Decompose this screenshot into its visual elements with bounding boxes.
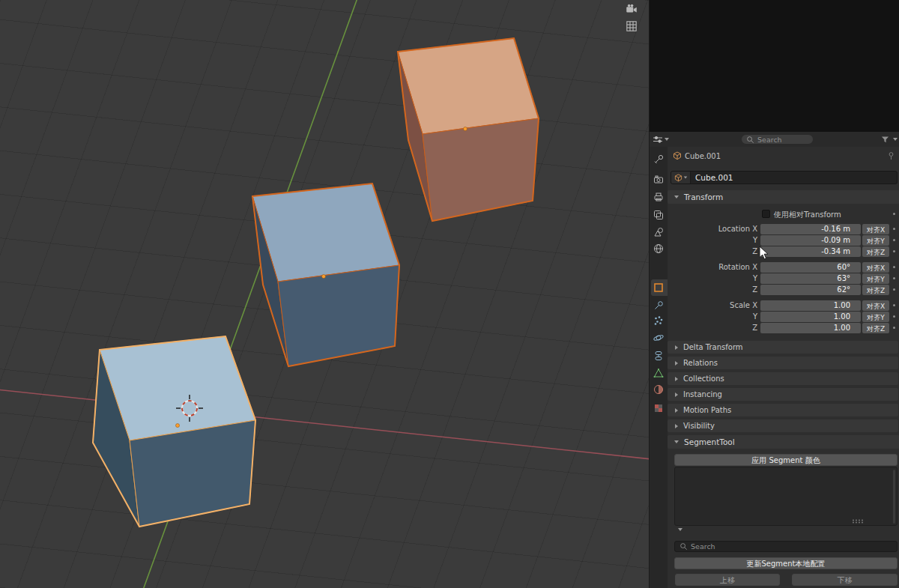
datablock-browse-button[interactable] [671, 172, 691, 184]
object-cube-icon [674, 174, 682, 182]
tab-render[interactable] [653, 174, 665, 186]
cube-middle-origin-dot [322, 275, 326, 279]
cube-top-origin-dot [464, 127, 467, 131]
expand-caret-icon [675, 345, 678, 350]
decorator-dot[interactable] [893, 327, 895, 329]
decorator-dot[interactable] [893, 239, 895, 241]
editor-type-caret-icon [665, 138, 669, 141]
align-y-button[interactable]: 对齐Y [862, 235, 889, 246]
rotation-y-row: Y 63° 对齐Y [650, 273, 899, 284]
expand-caret-icon [675, 377, 678, 381]
align-x-button[interactable]: 对齐X [862, 262, 889, 273]
tab-physics[interactable] [653, 332, 665, 344]
segment-list[interactable] [674, 467, 898, 526]
row-label: Y [668, 236, 757, 244]
list-filter-caret-icon[interactable] [678, 528, 682, 531]
panel-transform-header[interactable]: Transform [668, 190, 899, 204]
update-segment-config-button[interactable]: 更新Segment本地配置 [674, 557, 898, 569]
cube-middle-face-right[interactable] [278, 265, 399, 366]
cube-top-face-right[interactable] [423, 118, 539, 221]
tab-constraints[interactable] [653, 350, 665, 362]
align-z-button[interactable]: 对齐Z [862, 285, 889, 295]
panel-delta-transform[interactable]: Delta Transform [668, 341, 898, 354]
align-x-button[interactable]: 对齐X [862, 224, 889, 234]
panel-segment-tool-header[interactable]: SegmentTool [668, 435, 899, 449]
breadcrumb: Cube.001 [668, 151, 899, 162]
header-options-caret-icon[interactable] [893, 138, 898, 141]
cube-top[interactable] [398, 38, 539, 221]
pin-icon[interactable] [887, 151, 895, 160]
object-name-value[interactable]: Cube.001 [691, 173, 733, 182]
object-name-field[interactable]: Cube.001 [671, 171, 898, 184]
location-y-field[interactable]: -0.09 m [760, 235, 861, 246]
panel-motion-paths[interactable]: Motion Paths [668, 404, 898, 416]
panel-relations[interactable]: Relations [668, 357, 898, 369]
grid-ortho-icon[interactable] [625, 19, 638, 33]
decorator-dot[interactable] [893, 288, 895, 291]
viewport-3d[interactable] [0, 0, 649, 588]
segment-search-input[interactable]: Search [674, 541, 898, 552]
properties-header: Search [650, 132, 899, 147]
decorator-dot[interactable] [893, 304, 895, 306]
move-up-button[interactable]: 上移 [675, 574, 780, 586]
panel-collections[interactable]: Collections [668, 372, 898, 385]
panel-title: Relations [683, 359, 718, 367]
decorator-dot[interactable] [893, 277, 895, 279]
scale-y-field[interactable]: 1.00 [760, 312, 861, 322]
tab-view-layer[interactable] [653, 209, 665, 221]
properties-search-input[interactable]: Search [741, 134, 814, 145]
list-scrollbar[interactable] [893, 470, 895, 524]
panel-visibility[interactable]: Visibility [668, 419, 898, 432]
scale-x-row: Scale X 1.00 对齐X [650, 300, 899, 311]
expand-caret-icon [675, 392, 678, 397]
panel-instancing[interactable]: Instancing [668, 388, 898, 401]
filter-icon[interactable] [881, 136, 889, 144]
align-z-button[interactable]: 对齐Z [862, 323, 889, 333]
rotation-y-field[interactable]: 63° [760, 273, 861, 284]
editor-type-button[interactable] [653, 134, 672, 145]
decorator-dot[interactable] [893, 266, 895, 268]
decorator-dot[interactable] [893, 315, 895, 318]
decorator-dot[interactable] [893, 228, 895, 230]
resize-grip-icon[interactable] [852, 519, 864, 524]
breadcrumb-object-name[interactable]: Cube.001 [685, 152, 721, 160]
scale-z-field[interactable]: 1.00 [760, 323, 861, 333]
row-label: Scale X [668, 301, 757, 309]
location-y-row: Y -0.09 m 对齐Y [650, 235, 899, 246]
align-z-button[interactable]: 对齐Z [862, 246, 889, 257]
mouse-cursor [759, 246, 769, 260]
align-y-button[interactable]: 对齐Y [862, 273, 889, 284]
expand-caret-icon [675, 408, 678, 413]
location-z-field[interactable]: -0.34 m [760, 246, 861, 257]
tab-texture[interactable] [653, 402, 665, 414]
row-label: Z [668, 285, 757, 294]
apply-segment-color-button[interactable]: 应用 Segment 颜色 [674, 454, 898, 466]
relative-transform-checkbox[interactable] [762, 210, 770, 218]
rotation-x-field[interactable]: 60° [760, 262, 861, 273]
scale-x-field[interactable]: 1.00 [760, 300, 861, 311]
search-icon [679, 542, 688, 551]
row-label: Y [668, 274, 757, 282]
search-placeholder: Search [691, 542, 715, 551]
decorator-dot[interactable] [893, 250, 895, 252]
align-x-button[interactable]: 对齐X [862, 300, 889, 311]
camera-icon[interactable] [625, 2, 638, 16]
panel-title: Visibility [683, 422, 715, 430]
location-x-row: Location X -0.16 m 对齐X [650, 224, 899, 234]
tab-object-data[interactable] [653, 367, 665, 379]
align-y-button[interactable]: 对齐Y [862, 312, 889, 322]
decorator-dot[interactable] [893, 213, 895, 215]
cube-top-face-top[interactable] [398, 38, 539, 134]
move-down-button[interactable]: 下移 [792, 574, 898, 586]
rotation-z-field[interactable]: 62° [760, 285, 861, 295]
tab-material[interactable] [653, 384, 665, 395]
panel-title: Instancing [683, 390, 722, 398]
tab-tool[interactable] [653, 154, 665, 166]
datablock-caret-icon [683, 177, 687, 179]
tab-output[interactable] [653, 191, 665, 203]
properties-editor-icon [653, 135, 663, 144]
cube-bottom[interactable] [93, 336, 255, 527]
location-x-field[interactable]: -0.16 m [760, 224, 861, 234]
relative-transform-row: 使用相对Transform [668, 210, 899, 219]
cube-middle[interactable] [252, 184, 399, 366]
